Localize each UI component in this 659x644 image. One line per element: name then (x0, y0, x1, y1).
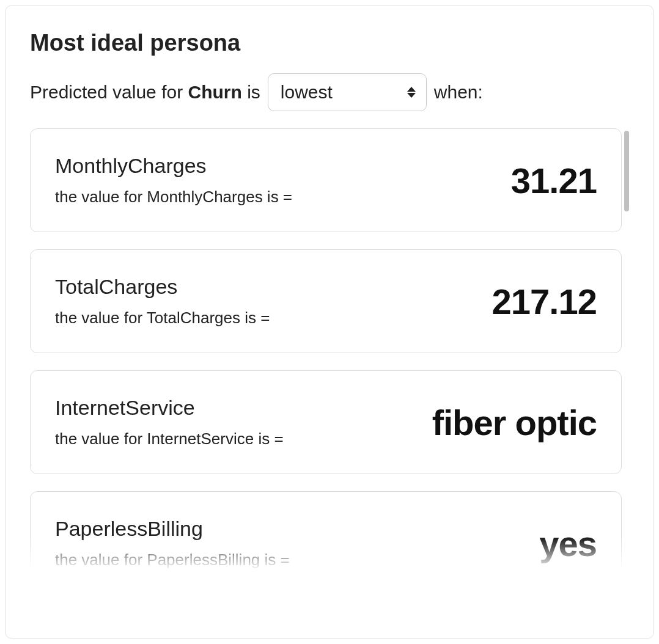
attribute-card-left: TotalChargesthe value for TotalCharges i… (55, 275, 270, 327)
attribute-value: yes (527, 523, 597, 564)
attribute-name: PaperlessBilling (55, 517, 290, 541)
attribute-description: the value for PaperlessBilling is = (55, 551, 290, 569)
predicate-suffix: when: (434, 82, 483, 103)
attribute-value: 217.12 (480, 281, 597, 322)
ideal-persona-panel: Most ideal persona Predicted value for C… (5, 5, 654, 639)
predicate-mid: is (242, 82, 260, 102)
attributes-scroll-area[interactable]: MonthlyChargesthe value for MonthlyCharg… (30, 128, 629, 585)
attribute-card: PaperlessBillingthe value for PaperlessB… (30, 491, 622, 585)
direction-select[interactable]: lowesthighest (268, 73, 427, 111)
attribute-card: TotalChargesthe value for TotalCharges i… (30, 249, 622, 353)
predicate-prefix: Predicted value for Churn is (30, 82, 260, 103)
attribute-name: TotalCharges (55, 275, 270, 299)
direction-select-wrap: lowesthighest (268, 73, 427, 111)
attribute-card: MonthlyChargesthe value for MonthlyCharg… (30, 128, 622, 232)
attribute-card-left: PaperlessBillingthe value for PaperlessB… (55, 517, 290, 569)
attributes-list: MonthlyChargesthe value for MonthlyCharg… (30, 128, 629, 585)
attribute-description: the value for MonthlyCharges is = (55, 188, 292, 207)
attribute-description: the value for TotalCharges is = (55, 309, 270, 327)
attribute-value: 31.21 (499, 160, 597, 201)
panel-title: Most ideal persona (30, 30, 629, 56)
predicate-row: Predicted value for Churn is lowesthighe… (30, 73, 629, 111)
attribute-card-left: MonthlyChargesthe value for MonthlyCharg… (55, 154, 292, 207)
predicate-prefix-text: Predicted value for (30, 82, 188, 102)
attribute-card: InternetServicethe value for InternetSer… (30, 370, 622, 474)
attribute-card-left: InternetServicethe value for InternetSer… (55, 396, 284, 448)
scrollbar-thumb[interactable] (624, 131, 629, 211)
attribute-name: MonthlyCharges (55, 154, 292, 178)
attribute-name: InternetService (55, 396, 284, 420)
attribute-value: fiber optic (420, 402, 597, 443)
attribute-description: the value for InternetService is = (55, 430, 284, 448)
target-variable: Churn (188, 82, 241, 102)
